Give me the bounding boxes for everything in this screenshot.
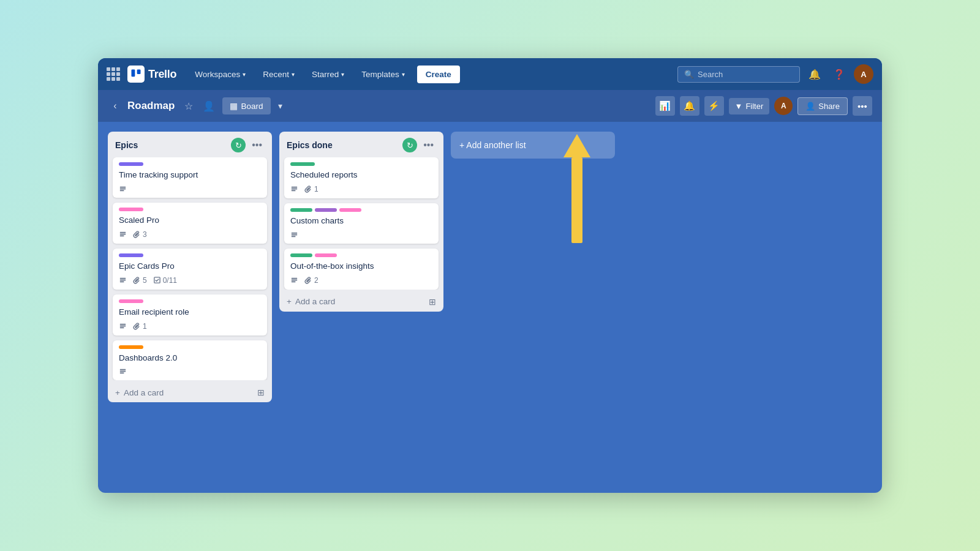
trello-logo-icon xyxy=(127,66,145,83)
card-template-icon: ⊞ xyxy=(429,297,436,307)
apps-grid-icon[interactable] xyxy=(107,67,120,81)
board-view-button[interactable]: ▦ Board xyxy=(222,97,270,114)
card-outofbox-insights[interactable]: Out-of-the-box insights 2 xyxy=(284,249,439,290)
filter-button[interactable]: ▼ Filter xyxy=(729,98,770,114)
more-options-button[interactable]: ••• xyxy=(853,96,872,116)
card-title: Dashboards 2.0 xyxy=(119,353,261,364)
label-pink xyxy=(315,253,337,257)
share-button[interactable]: 👤 Share xyxy=(797,97,848,115)
search-bar[interactable]: 🔍 Search xyxy=(677,66,800,83)
top-nav: Trello Workspaces ▾ Recent ▾ Starred ▾ T… xyxy=(98,58,882,90)
label-orange xyxy=(119,345,143,349)
card-dashboards[interactable]: Dashboards 2.0 xyxy=(113,340,267,381)
label-purple xyxy=(119,253,143,257)
card-meta-attachment: 1 xyxy=(133,322,147,331)
label-purple xyxy=(119,162,143,166)
templates-nav[interactable]: Templates ▾ xyxy=(355,66,411,83)
card-meta-lines xyxy=(119,322,127,330)
card-meta-lines xyxy=(119,230,127,238)
board-area: Epics ↻ ••• Time tracking support xyxy=(98,122,882,493)
members-icon[interactable]: 👤 xyxy=(200,98,217,114)
automation-bell-button[interactable]: 🔔 xyxy=(680,96,699,116)
board-avatar[interactable]: A xyxy=(774,97,793,115)
card-time-tracking[interactable]: Time tracking support xyxy=(113,157,267,198)
svg-rect-0 xyxy=(132,70,135,77)
workspaces-nav[interactable]: Workspaces ▾ xyxy=(189,66,252,83)
card-scheduled-reports[interactable]: Scheduled reports 1 xyxy=(284,157,439,198)
card-title: Email recipient role xyxy=(119,307,261,318)
list-epics: Epics ↻ ••• Time tracking support xyxy=(108,132,272,402)
list-epics-done: Epics done ↻ ••• Scheduled reports xyxy=(279,132,443,312)
cycle-icon-epics-done[interactable]: ↻ xyxy=(402,138,417,152)
chevron-down-icon: ▾ xyxy=(341,71,344,78)
board-nav: ‹ Roadmap ☆ 👤 ▦ Board ▾ 📊 🔔 ⚡ ▼ Filter A… xyxy=(98,90,882,122)
label-green xyxy=(290,208,312,212)
starred-nav[interactable]: Starred ▾ xyxy=(306,66,350,83)
list-cards-epics: Time tracking support Scaled Pro xyxy=(108,157,272,380)
arrow-shaft xyxy=(571,157,582,243)
board-icon: ▦ xyxy=(230,101,238,111)
board-chevron-icon[interactable]: ▾ xyxy=(276,99,285,113)
label-pink xyxy=(339,208,361,212)
card-scaled-pro[interactable]: Scaled Pro 3 xyxy=(113,203,267,244)
card-title: Out-of-the-box insights xyxy=(290,261,432,272)
label-green xyxy=(290,253,312,257)
trello-logo-text: Trello xyxy=(148,68,176,81)
label-green xyxy=(290,162,315,166)
plus-icon: + xyxy=(115,388,120,397)
card-meta-lines xyxy=(119,276,127,284)
add-list-button[interactable]: + Add another list xyxy=(451,132,615,159)
board-title: Roadmap xyxy=(127,100,175,112)
card-meta-attachment: 5 xyxy=(133,276,147,285)
list-cards-epics-done: Scheduled reports 1 xyxy=(279,157,443,290)
card-custom-charts[interactable]: Custom charts xyxy=(284,203,439,244)
label-pink xyxy=(119,208,143,211)
chevron-down-icon: ▾ xyxy=(243,71,246,78)
label-pink xyxy=(119,299,143,303)
cycle-icon-epics[interactable]: ↻ xyxy=(231,138,246,152)
recent-nav[interactable]: Recent ▾ xyxy=(257,66,301,83)
card-template-icon: ⊞ xyxy=(257,388,265,397)
card-meta-lines xyxy=(290,231,298,239)
filter-icon: ▼ xyxy=(735,102,743,111)
search-icon: 🔍 xyxy=(684,70,694,79)
chevron-down-icon: ▾ xyxy=(292,71,295,78)
card-meta-attachment: 2 xyxy=(304,276,318,285)
chevron-down-icon: ▾ xyxy=(402,71,405,78)
star-icon[interactable]: ☆ xyxy=(182,98,195,114)
chart-button[interactable]: 📊 xyxy=(655,96,675,116)
card-title: Scheduled reports xyxy=(290,170,432,181)
card-meta-checklist: 0/11 xyxy=(153,276,177,285)
card-title: Scaled Pro xyxy=(119,215,261,227)
card-meta-lines xyxy=(290,276,298,284)
card-epic-cards-pro[interactable]: Epic Cards Pro 5 0/11 xyxy=(113,249,267,290)
list-menu-button-epics-done[interactable]: ••• xyxy=(421,138,436,152)
plus-icon: + xyxy=(287,297,292,306)
card-meta-attachment: 1 xyxy=(304,185,318,193)
add-card-button-epics-done[interactable]: + Add a card ⊞ xyxy=(279,292,443,312)
card-meta-lines xyxy=(119,367,127,375)
card-title: Time tracking support xyxy=(119,170,261,181)
collapse-sidebar-button[interactable]: ‹ xyxy=(108,99,123,113)
share-icon: 👤 xyxy=(805,102,815,111)
avatar[interactable]: A xyxy=(854,64,873,84)
card-title: Epic Cards Pro xyxy=(119,261,261,272)
app-window: Trello Workspaces ▾ Recent ▾ Starred ▾ T… xyxy=(98,58,882,493)
list-title-epics-done: Epics done xyxy=(287,140,333,150)
list-header-epics: Epics ↻ ••• xyxy=(108,132,272,157)
notifications-button[interactable]: 🔔 xyxy=(805,64,824,84)
card-meta-lines xyxy=(119,185,127,193)
list-header-epics-done: Epics done ↻ ••• xyxy=(279,132,443,157)
lightning-button[interactable]: ⚡ xyxy=(704,96,724,116)
list-title-epics: Epics xyxy=(115,140,138,150)
card-meta-lines xyxy=(290,185,298,193)
create-button[interactable]: Create xyxy=(417,66,460,83)
card-email-recipient[interactable]: Email recipient role 1 xyxy=(113,294,267,335)
add-card-button-epics[interactable]: + Add a card ⊞ xyxy=(108,383,272,402)
card-meta-attachment: 3 xyxy=(133,230,147,239)
list-menu-button-epics[interactable]: ••• xyxy=(249,138,265,152)
help-button[interactable]: ❓ xyxy=(829,64,849,84)
card-title: Custom charts xyxy=(290,216,432,227)
label-purple2 xyxy=(315,208,337,212)
trello-logo[interactable]: Trello xyxy=(127,66,176,83)
